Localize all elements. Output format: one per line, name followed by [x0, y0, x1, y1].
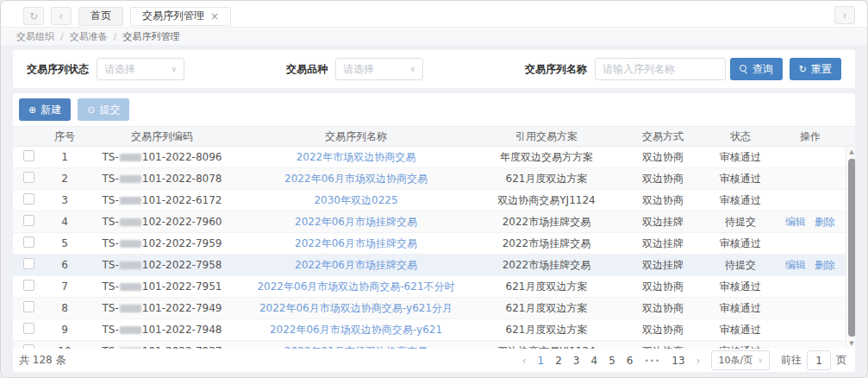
row-checkbox[interactable] [23, 193, 34, 205]
scroll-down-icon[interactable]: ▼ [849, 339, 853, 348]
create-button[interactable]: ⊕ 新建 [19, 98, 71, 121]
submit-button[interactable]: ⊙ 提交 [78, 98, 129, 121]
redacted-code-segment [120, 283, 141, 291]
tab-home[interactable]: 首页 [78, 7, 123, 26]
row-status: 待提交 [706, 215, 775, 230]
goto-page-input[interactable] [807, 350, 831, 370]
pagination: ‹ 1 2 3 4 5 6 ••• 13 › 10条/页 ∨ 前往 [522, 350, 846, 370]
variety-filter-label: 交易品种 [286, 62, 328, 77]
header-index: 序号 [44, 129, 85, 144]
code-suffix: 102-2022-7958 [142, 259, 222, 271]
scroll-tabs-left-button[interactable]: ‹ [51, 7, 72, 25]
row-checkbox[interactable] [23, 280, 34, 291]
next-page-icon[interactable]: › [696, 355, 701, 367]
sequence-name-link[interactable]: 2022年06月市场双边协商交易-y621 [270, 324, 442, 336]
row-checkbox[interactable] [23, 172, 34, 183]
table-footer: 共 128 条 ‹ 1 2 3 4 5 6 ••• 13 › 10条/页 ∨ [13, 349, 855, 372]
code-suffix: 102-2022-7959 [142, 237, 222, 249]
reset-icon: ↻ [799, 65, 807, 74]
row-actions: 编辑 删除 [775, 258, 846, 273]
row-checkbox[interactable] [23, 301, 34, 312]
row-mode: 双边协商 [620, 323, 706, 337]
page-number-3[interactable]: 3 [573, 355, 580, 367]
row-mode: 双边协商 [620, 172, 706, 186]
row-checkbox[interactable] [23, 150, 34, 161]
code-prefix: TS- [103, 173, 119, 185]
code-prefix: TS- [103, 194, 119, 206]
table-toolbar: ⊕ 新建 ⊙ 提交 [13, 93, 855, 126]
scrollbar-thumb[interactable] [848, 159, 856, 337]
select-placeholder: 请选择 [104, 62, 135, 77]
page-number-5[interactable]: 5 [609, 355, 615, 367]
sequence-name-link[interactable]: 2022年06月市场挂牌交易 [295, 237, 417, 249]
code-suffix: 101-2022-6172 [142, 194, 222, 206]
variety-filter-select[interactable]: 请选择 ∨ [335, 58, 423, 80]
row-code: TS-102-2022-7959 [85, 237, 239, 249]
sequence-name-link[interactable]: 2022年06月市场双边协商交易 [284, 173, 428, 185]
row-code: TS-101-2022-8096 [85, 151, 239, 163]
refresh-icon: ↻ [29, 11, 38, 22]
scroll-up-icon[interactable]: ▲ [849, 148, 853, 156]
table-row: 8 TS-101-2022-7949 2022年06月市场双边协商交易-y621… [13, 298, 846, 319]
scroll-tabs-right-button[interactable]: › [834, 6, 855, 24]
row-index: 8 [44, 302, 85, 314]
search-button[interactable]: 查询 [730, 58, 783, 80]
sequence-name-link[interactable]: 2022年06月市场挂牌交易 [295, 259, 417, 271]
sequence-name-link[interactable]: 2022年市场双边协商交易 [297, 151, 416, 163]
row-status: 审核通过 [706, 236, 775, 251]
tab-sequence-management[interactable]: 交易序列管理 × [130, 7, 231, 26]
page-number-4[interactable]: 4 [590, 355, 597, 367]
submit-button-label: 提交 [99, 103, 120, 117]
edit-link[interactable]: 编辑 [785, 258, 806, 273]
row-checkbox[interactable] [23, 215, 34, 226]
edit-link[interactable]: 编辑 [785, 215, 806, 230]
breadcrumb-item[interactable]: 交易组织 [16, 30, 54, 43]
sequence-name-link[interactable]: 2022年06月市场双边协商交易-y621分月 [259, 302, 453, 314]
code-prefix: TS- [103, 237, 119, 249]
filter-status-group: 交易序列状态 请选择 ∨ [27, 58, 184, 80]
page-ellipsis[interactable]: ••• [644, 356, 660, 365]
row-index: 1 [44, 151, 85, 163]
filter-variety-group: 交易品种 请选择 ∨ [286, 58, 423, 80]
sequence-name-link[interactable]: 2030年双边0225 [314, 194, 397, 206]
row-scheme: 621月度双边方案 [473, 172, 620, 186]
table-scrollbar[interactable]: ▲ ▼ [846, 147, 855, 349]
page-number-13[interactable]: 13 [671, 355, 684, 367]
status-filter-select[interactable]: 请选择 ∨ [97, 58, 184, 80]
table-row: 4 TS-102-2022-7960 2022年06月市场挂牌交易 2022市场… [13, 211, 846, 233]
plus-circle-icon: ⊕ [28, 105, 36, 115]
page-number-2[interactable]: 2 [555, 355, 562, 367]
tab-bar: ↻ ‹ 首页 交易序列管理 × › [1, 1, 867, 27]
row-checkbox[interactable] [23, 236, 34, 248]
row-scheme: 2022市场挂牌交易 [473, 258, 620, 273]
row-mode: 双边挂牌 [620, 215, 706, 230]
sequence-name-input[interactable] [595, 58, 726, 80]
row-code: TS-101-2022-8078 [85, 173, 239, 185]
code-prefix: TS- [103, 324, 119, 336]
page-number-6[interactable]: 6 [627, 355, 634, 367]
page-number-1[interactable]: 1 [538, 355, 545, 367]
app-window: ↻ ‹ 首页 交易序列管理 × › 交易组织 / 交易准备 / 交易序列管理 交… [0, 0, 868, 378]
row-checkbox[interactable] [23, 323, 34, 334]
delete-link[interactable]: 删除 [815, 258, 835, 273]
sequence-name-link[interactable]: 2022年06月市场挂牌交易 [295, 216, 417, 228]
table-rows: 1 TS-101-2022-8096 2022年市场双边协商交易 年度双边交易方… [13, 147, 846, 349]
row-checkbox[interactable] [23, 258, 34, 269]
page-size-select[interactable]: 10条/页 ∨ [711, 350, 770, 370]
code-suffix: 101-2022-8078 [142, 173, 222, 185]
table-body: 1 TS-101-2022-8096 2022年市场双边协商交易 年度双边交易方… [13, 147, 855, 349]
refresh-tabs-button[interactable]: ↻ [23, 7, 44, 25]
table-row: 2 TS-101-2022-8078 2022年06月市场双边协商交易 621月… [13, 168, 846, 190]
breadcrumb: 交易组织 / 交易准备 / 交易序列管理 [1, 27, 867, 45]
row-status: 审核通过 [706, 323, 775, 337]
sequence-name-link[interactable]: 2022年06月市场双边协商交易-621不分时 [257, 280, 454, 293]
breadcrumb-item[interactable]: 交易准备 [70, 30, 108, 43]
row-code: TS-102-2022-7960 [85, 216, 239, 228]
code-suffix: 101-2022-7949 [142, 302, 222, 314]
close-tab-icon[interactable]: × [210, 10, 219, 22]
delete-link[interactable]: 删除 [815, 215, 835, 230]
reset-button[interactable]: ↻ 重置 [790, 58, 841, 80]
prev-page-icon[interactable]: ‹ [522, 355, 527, 367]
header-scheme: 引用交易方案 [473, 129, 620, 144]
table-row: 9 TS-101-2022-7948 2022年06月市场双边协商交易-y621… [13, 319, 846, 341]
